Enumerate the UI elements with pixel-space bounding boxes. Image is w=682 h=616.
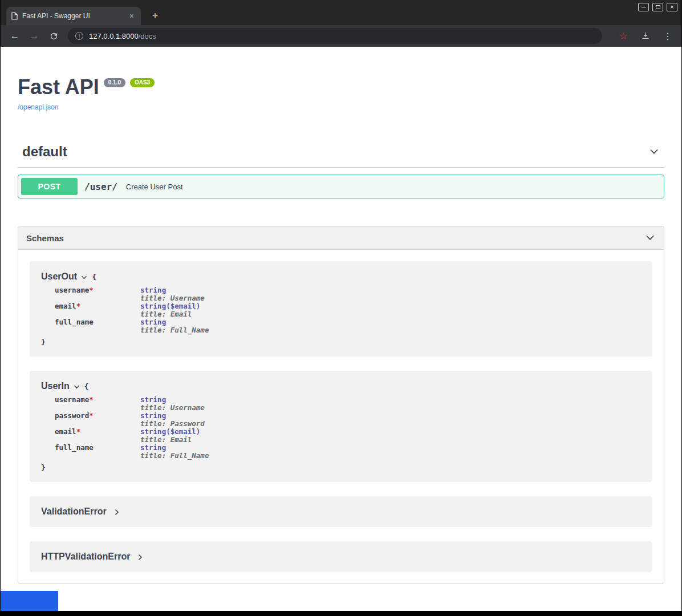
property-info: string($email) title: Email [140, 428, 200, 444]
chevron-down-icon[interactable] [648, 146, 660, 157]
required-star: * [89, 286, 94, 294]
required-star: * [89, 395, 94, 404]
url-text: 127.0.0.1:8000/docs [89, 32, 156, 40]
chevron-down-icon[interactable] [81, 274, 87, 281]
page-title: Fast API 0.1.0 OAS3 [18, 75, 664, 99]
property-name: full_name [55, 444, 140, 460]
model-properties: username* string title: Username email* … [55, 286, 641, 334]
swagger-ui: Fast API 0.1.0 OAS3 /openapi.json defaul… [1, 47, 681, 584]
operation-summary: Create User Post [126, 183, 183, 191]
property-name-text: password [55, 411, 89, 420]
browser-tab[interactable]: Fast API - Swagger UI × [6, 7, 141, 25]
chevron-right-icon[interactable] [137, 554, 144, 561]
property-info: string title: Username [140, 286, 205, 302]
property-type: string [140, 395, 166, 404]
model-properties: username* string title: Username passwor… [55, 396, 641, 460]
browser-window: × Fast API - Swagger UI × + ← → i 127.0.… [0, 0, 682, 616]
downloads-button[interactable] [639, 29, 652, 43]
required-star: * [76, 427, 81, 436]
property-type: string [140, 286, 166, 294]
model-userin: UserIn { username* string tit [30, 371, 652, 482]
property-info: string title: Full_Name [140, 444, 209, 460]
download-icon [641, 31, 650, 40]
tag-section-default: default POST /user/ Create User Post [18, 144, 664, 198]
property-title: title: Full_Name [140, 326, 209, 334]
property-type-line: string($email) [140, 428, 200, 436]
model-toggle[interactable]: HTTPValidationError [41, 552, 641, 562]
model-toggle[interactable]: ValidationError [41, 506, 641, 517]
chevron-down-icon[interactable] [74, 384, 80, 390]
model-toggle[interactable]: UserIn { [41, 381, 641, 391]
api-title-text: Fast API [18, 75, 99, 99]
model-toggle[interactable]: UserOut { [41, 271, 641, 282]
property-type-line: string [140, 444, 209, 452]
chevron-down-icon[interactable] [644, 232, 656, 244]
site-info-icon[interactable]: i [75, 32, 83, 40]
minimize-icon [642, 7, 646, 7]
maximize-button[interactable] [652, 3, 663, 11]
model-name: ValidationError [41, 506, 107, 517]
property-format: ($email) [166, 427, 200, 436]
property-info: string title: Full_Name [140, 318, 209, 334]
required-star: * [76, 302, 81, 310]
open-brace: { [84, 382, 89, 391]
model-userout: UserOut { username* string ti [30, 261, 652, 356]
property-type: string [140, 411, 166, 420]
schema-property-row: username* string title: Username [55, 286, 641, 302]
model-name: HTTPValidationError [41, 552, 130, 562]
schemas-title: Schemas [26, 233, 64, 243]
property-type: string [140, 318, 166, 326]
openapi-spec-link[interactable]: /openapi.json [18, 103, 58, 111]
close-brace: } [41, 463, 641, 472]
version-badge: 0.1.0 [104, 78, 125, 87]
property-name-text: username [55, 286, 89, 294]
close-tab-button[interactable]: × [128, 11, 136, 21]
schema-property-row: email* string($email) title: Email [55, 428, 641, 444]
property-name: email* [55, 428, 140, 444]
property-name-text: email [55, 427, 76, 436]
model-name: UserIn [41, 381, 70, 391]
property-name-text: username [55, 395, 89, 404]
schema-property-row: username* string title: Username [55, 396, 641, 412]
opblock-post-user[interactable]: POST /user/ Create User Post [18, 175, 664, 198]
property-type-line: string($email) [140, 302, 200, 310]
schema-property-row: email* string($email) title: Email [55, 302, 641, 318]
property-title: title: Email [140, 436, 200, 444]
url-path: /docs [139, 32, 156, 40]
property-title: title: Full_Name [140, 452, 209, 460]
schema-property-row: full_name string title: Full_Name [55, 318, 641, 334]
url-host: 127.0.0.1:8000 [89, 32, 139, 40]
maximize-icon [656, 5, 660, 9]
schema-property-row: password* string title: Password [55, 412, 641, 428]
close-window-button[interactable]: × [667, 3, 677, 11]
reload-button[interactable] [46, 29, 61, 43]
model-httpvalidationerror: HTTPValidationError [30, 541, 652, 572]
property-type-line: string [140, 318, 209, 326]
page-content: Fast API 0.1.0 OAS3 /openapi.json defaul… [1, 47, 681, 611]
window-bottom-border [1, 611, 681, 616]
property-type: string [140, 302, 166, 310]
property-info: string($email) title: Email [140, 302, 200, 318]
property-info: string title: Password [140, 412, 205, 428]
bookmark-star-button[interactable]: ☆ [616, 29, 630, 43]
forward-button[interactable]: → [27, 29, 42, 43]
property-name: full_name [55, 318, 140, 334]
bottom-left-blue-panel [1, 591, 58, 611]
back-button[interactable]: ← [7, 29, 22, 43]
browser-menu-button[interactable]: ⋮ [661, 29, 675, 43]
window-controls: × [635, 3, 677, 11]
api-info-header: Fast API 0.1.0 OAS3 /openapi.json [18, 75, 664, 112]
model-validationerror: ValidationError [30, 496, 652, 527]
address-bar[interactable]: i 127.0.0.1:8000/docs [68, 28, 602, 44]
open-brace: { [92, 273, 96, 281]
property-format: ($email) [166, 302, 200, 310]
schema-property-row: full_name string title: Full_Name [55, 444, 641, 460]
new-tab-button[interactable]: + [148, 9, 163, 23]
schemas-header[interactable]: Schemas [18, 226, 664, 250]
chevron-right-icon[interactable] [113, 509, 120, 516]
oas3-badge: OAS3 [130, 78, 155, 87]
close-brace: } [41, 338, 641, 346]
property-title: title: Username [140, 294, 205, 302]
tag-header[interactable]: default [18, 144, 664, 168]
minimize-button[interactable] [638, 3, 649, 11]
